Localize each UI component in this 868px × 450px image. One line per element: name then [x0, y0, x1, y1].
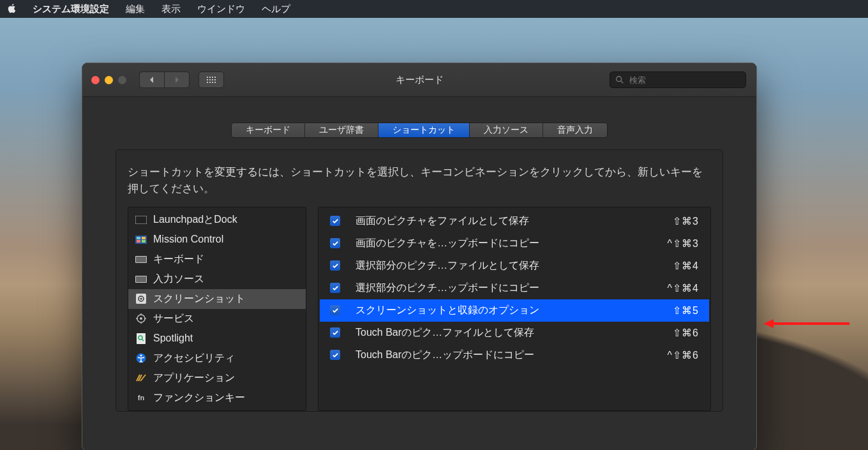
shortcut-label: 選択部分のピクチ…ップボードにコピー — [355, 281, 668, 295]
svg-rect-8 — [142, 240, 146, 243]
sidebar-item-label: キーボード — [153, 253, 204, 266]
shortcut-row-5[interactable]: Touch Barのピク…ファイルとして保存⇧⌘6 — [320, 322, 709, 344]
shortcut-checkbox[interactable] — [330, 327, 340, 338]
sidebar-item-keyboard[interactable]: キーボード — [128, 250, 306, 269]
mission-icon — [135, 234, 147, 244]
search-field[interactable] — [610, 71, 746, 88]
svg-rect-4 — [135, 236, 147, 244]
preferences-window: キーボード キーボードユーザ辞書ショートカット入力ソース音声入力 ショートカット… — [82, 63, 757, 450]
menubar-help[interactable]: ヘルプ — [253, 0, 299, 18]
sidebar-item-input[interactable]: 入力ソース — [128, 269, 306, 289]
tab-4[interactable]: 音声入力 — [543, 123, 607, 137]
launchpad-icon — [135, 214, 147, 225]
sidebar-item-label: 入力ソース — [153, 273, 204, 286]
svg-rect-7 — [137, 240, 140, 243]
spotlight-icon — [135, 333, 147, 343]
sidebar-item-mission[interactable]: Mission Control — [128, 230, 306, 250]
shortcut-checkbox[interactable] — [330, 238, 340, 248]
svg-rect-6 — [142, 237, 146, 239]
shortcut-row-3[interactable]: 選択部分のピクチ…ップボードにコピー^⇧⌘4 — [320, 277, 709, 299]
svg-rect-3 — [136, 216, 146, 223]
menubar-app-name[interactable]: システム環境設定 — [24, 0, 117, 18]
shortcuts-panel: ショートカットを変更するには、ショートカットを選択し、キーコンビネーションをクリ… — [116, 149, 723, 412]
shortcut-key[interactable]: ^⇧⌘3 — [668, 237, 699, 250]
svg-rect-22 — [137, 333, 146, 344]
shortcut-key[interactable]: ^⇧⌘6 — [668, 349, 699, 361]
sidebar-item-launchpad[interactable]: LaunchpadとDock — [128, 210, 306, 230]
tab-1[interactable]: ユーザ辞書 — [305, 123, 378, 137]
shortcut-label: スクリーンショットと収録のオプション — [355, 304, 673, 317]
instruction-text: ショートカットを変更するには、ショートカットを選択し、キーコンビネーションをクリ… — [128, 164, 711, 198]
sidebar-item-services[interactable]: サービス — [128, 309, 306, 329]
input-icon — [135, 274, 147, 284]
shortcut-key[interactable]: ⇧⌘3 — [673, 215, 699, 227]
sidebar-item-label: アクセシビリティ — [153, 352, 235, 365]
svg-rect-5 — [137, 237, 140, 239]
sidebar-item-accessibility[interactable]: アクセシビリティ — [128, 349, 306, 368]
show-all-button[interactable] — [198, 71, 224, 88]
sidebar-item-app[interactable]: アプリケーション — [128, 368, 306, 388]
grid-icon — [207, 77, 216, 83]
shortcut-label: 画面のピクチャをファイルとして保存 — [355, 214, 673, 228]
tab-3[interactable]: 入力ソース — [470, 123, 543, 137]
sidebar-item-label: Spotlight — [153, 333, 193, 344]
shortcut-checkbox[interactable] — [330, 216, 340, 226]
sidebar-item-spotlight[interactable]: Spotlight — [128, 329, 306, 349]
sidebar-item-label: スクリーンショット — [153, 292, 245, 306]
window-title: キーボード — [396, 74, 444, 86]
screenshot-icon — [135, 294, 147, 304]
keyboard-icon — [135, 254, 147, 264]
shortcut-key[interactable]: ⇧⌘6 — [673, 327, 699, 339]
nav-forward-button[interactable] — [164, 71, 190, 88]
shortcut-checkbox[interactable] — [330, 350, 340, 360]
accessibility-icon — [135, 353, 147, 363]
shortcut-label: Touch Barのピク…ファイルとして保存 — [355, 326, 673, 340]
shortcut-checkbox[interactable] — [330, 305, 340, 315]
search-input[interactable] — [628, 75, 740, 86]
svg-point-15 — [140, 298, 142, 300]
apple-menu[interactable] — [0, 3, 24, 15]
shortcut-label: 選択部分のピクチ…ファイルとして保存 — [355, 259, 673, 273]
shortcut-row-6[interactable]: Touch Barのピク…ップボードにコピー^⇧⌘6 — [320, 344, 709, 366]
svg-rect-10 — [136, 257, 146, 262]
menubar-window[interactable]: ウインドウ — [189, 0, 253, 18]
system-menubar: システム環境設定 編集 表示 ウインドウ ヘルプ — [0, 0, 868, 18]
shortcut-key[interactable]: ⇧⌘5 — [673, 304, 699, 317]
svg-rect-12 — [136, 276, 146, 282]
shortcut-row-1[interactable]: 画面のピクチャを…ップボードにコピー^⇧⌘3 — [320, 232, 709, 255]
svg-point-0 — [617, 77, 622, 82]
nav-back-button[interactable] — [139, 71, 164, 88]
category-list[interactable]: LaunchpadとDockMission Controlキーボード入力ソースス… — [128, 207, 306, 411]
sidebar-item-label: サービス — [153, 312, 194, 326]
sidebar-item-label: LaunchpadとDock — [153, 213, 237, 227]
menubar-edit[interactable]: 編集 — [117, 0, 153, 18]
shortcut-row-0[interactable]: 画面のピクチャをファイルとして保存⇧⌘3 — [320, 210, 709, 232]
sidebar-item-label: ファンクションキー — [153, 391, 245, 405]
shortcut-label: Touch Barのピク…ップボードにコピー — [355, 349, 668, 362]
sidebar-item-screenshot[interactable]: スクリーンショット — [128, 289, 306, 309]
window-titlebar: キーボード — [82, 63, 756, 97]
preference-tabs: キーボードユーザ辞書ショートカット入力ソース音声入力 — [231, 123, 608, 138]
shortcut-row-2[interactable]: 選択部分のピクチ…ファイルとして保存⇧⌘4 — [320, 255, 709, 277]
shortcut-row-4[interactable]: スクリーンショットと収録のオプション⇧⌘5 — [320, 299, 709, 322]
close-button[interactable] — [91, 76, 100, 84]
shortcut-key[interactable]: ^⇧⌘4 — [668, 282, 699, 294]
svg-point-17 — [140, 317, 142, 320]
app-icon — [135, 373, 147, 383]
search-icon — [615, 75, 624, 84]
sidebar-item-fn[interactable]: fnファンクションキー — [128, 388, 306, 408]
shortcut-list[interactable]: 画面のピクチャをファイルとして保存⇧⌘3画面のピクチャを…ップボードにコピー^⇧… — [318, 207, 711, 411]
minimize-button[interactable] — [105, 76, 113, 84]
fn-icon: fn — [135, 393, 147, 403]
svg-point-26 — [140, 355, 142, 357]
tab-0[interactable]: キーボード — [232, 123, 305, 137]
shortcut-checkbox[interactable] — [330, 260, 340, 271]
services-icon — [135, 313, 147, 324]
zoom-button[interactable] — [118, 76, 126, 84]
tab-2[interactable]: ショートカット — [378, 123, 470, 137]
menubar-view[interactable]: 表示 — [153, 0, 189, 18]
shortcut-key[interactable]: ⇧⌘4 — [673, 260, 699, 272]
svg-line-1 — [621, 81, 624, 84]
shortcut-checkbox[interactable] — [330, 283, 340, 293]
sidebar-item-label: アプリケーション — [153, 371, 235, 385]
